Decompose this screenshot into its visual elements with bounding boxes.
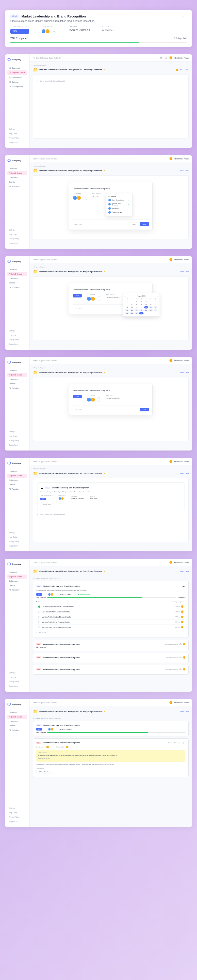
star-icon[interactable]: ★	[103, 68, 105, 71]
calendar-day[interactable]: 25	[144, 309, 148, 312]
sidebar-item-collaborators[interactable]: Collaborators	[7, 276, 27, 280]
star-icon[interactable]: ★	[103, 170, 105, 172]
sidebar-item-dashboard[interactable]: Dashboard	[7, 267, 27, 272]
calendar-day[interactable]: 26	[149, 309, 153, 312]
prev-month-icon[interactable]: ‹	[125, 295, 126, 297]
task-row[interactable]: Mention Profile: Sustain Financial Healt…	[36, 625, 186, 630]
calendar-day[interactable]: 13	[154, 303, 158, 305]
breadcrumb[interactable]: < Projects & Spaces	[33, 266, 189, 268]
sidebar-item-privacy[interactable]: Privacy Policy	[7, 237, 27, 241]
sidebar-item-dashboard[interactable]: Dashboard	[7, 66, 27, 70]
goal-title-input[interactable]	[73, 186, 149, 191]
calendar-day[interactable]: 31	[139, 312, 143, 315]
sidebar-item-settings[interactable]: Settings	[7, 127, 27, 131]
search-input[interactable]: Search: Projects, Goals, Tasks etc.	[33, 259, 167, 261]
epic-card[interactable]: EpicMarket Leadership and Brand Recognit…	[33, 665, 189, 675]
calendar-day[interactable]: 27	[154, 309, 158, 312]
sidebar-item-files[interactable]: File Repository	[7, 285, 27, 290]
sort-dropdown[interactable]: Assignees	[178, 601, 184, 603]
calendar-day[interactable]: 20	[154, 306, 158, 309]
dropdown-item[interactable]: Lars Koopman	[107, 210, 131, 214]
filter-button[interactable]: Filter	[180, 69, 183, 71]
add-attachment-button[interactable]: Add an Attachment	[36, 770, 54, 774]
search-input[interactable]: Search: Projects, Goals, Tasks etc.	[33, 158, 167, 160]
calendar-day[interactable]: 30	[135, 312, 139, 315]
calendar-day[interactable]: 6	[154, 300, 158, 303]
due-value[interactable]: 📅 --/--/--	[92, 196, 101, 197]
calendar-day[interactable]: 2	[135, 300, 139, 303]
calendar-day[interactable]: 22	[130, 309, 134, 312]
sidebar-item-files[interactable]: File Repository	[7, 184, 27, 188]
add-task-button[interactable]: + Add a Task	[40, 503, 181, 507]
dropdown-item[interactable]: Matija Brkić	[107, 207, 131, 210]
dropdown-search[interactable]: 🔍 Search	[107, 195, 131, 198]
calendar-day[interactable]: 24	[139, 309, 143, 312]
calendar-day[interactable]: 1	[130, 300, 134, 303]
more-icon[interactable]: ⋯	[177, 485, 181, 490]
epic-card[interactable]: EpicMarket Leadership and Brand Recognit…	[33, 640, 189, 651]
bell-icon[interactable]	[165, 57, 167, 59]
calendar-day[interactable]: 15	[130, 306, 134, 309]
task-checkbox[interactable]	[38, 606, 40, 608]
task-row[interactable]: Mention Profile: Sustain Financial Healt…	[36, 614, 186, 620]
task-checkbox[interactable]	[38, 626, 40, 628]
calendar-day[interactable]: 29	[130, 312, 134, 315]
save-button[interactable]: Save	[139, 222, 149, 226]
task-checkbox[interactable]	[38, 611, 40, 613]
sidebar-item-calendar[interactable]: Calendar	[7, 281, 27, 285]
task-checkbox[interactable]	[38, 616, 40, 618]
goal-type-button[interactable]: Goal	[73, 294, 82, 298]
star-icon[interactable]: ★	[103, 270, 105, 273]
help-button[interactable]: Help	[186, 170, 189, 172]
sidebar-item-suggestions[interactable]: Suggestions	[7, 241, 27, 245]
dropdown-item[interactable]: Waddah Bilal Shamoun✓	[107, 202, 131, 207]
task-row[interactable]: Mention Profile: Drive Financial Growth1…	[36, 620, 186, 625]
calendar-day[interactable]: 8	[130, 303, 134, 305]
add-task-button[interactable]: + Add a Task	[73, 308, 82, 310]
calendar-day[interactable]: 9	[135, 303, 139, 305]
sidebar-item-files[interactable]: File Repository	[7, 84, 27, 89]
new-item-row[interactable]: + Start a New Goal, Task or Checklist	[33, 576, 189, 581]
filter-button[interactable]: Filter	[180, 271, 183, 272]
logo[interactable]: Company	[7, 58, 27, 61]
add-assignee-icon[interactable]: +	[52, 29, 56, 33]
calendar-day[interactable]: 21	[125, 309, 129, 312]
add-assignee-icon[interactable]: +	[83, 196, 87, 200]
calendar-day[interactable]: 19	[149, 306, 153, 309]
chevron-down-icon[interactable]: ⌄	[40, 485, 43, 490]
task-checkbox[interactable]	[38, 621, 40, 623]
assignees-avatars[interactable]: +	[42, 29, 56, 33]
user-menu[interactable]: Administrator Person	[170, 258, 189, 261]
sidebar-item-help[interactable]: Help Center	[7, 232, 27, 237]
goal-type-button[interactable]: Goal	[130, 222, 138, 226]
calendar-day[interactable]: 4	[144, 300, 148, 303]
dropdown-item[interactable]: Jane Moraa Jarso✓	[107, 198, 131, 202]
add-task-button[interactable]: + Add a Task	[73, 409, 82, 410]
sidebar-item-suggestions[interactable]: Suggestions	[7, 140, 27, 145]
help-button[interactable]: Help	[186, 271, 189, 272]
calendar-day[interactable]: 23	[135, 309, 139, 312]
search-input[interactable]: Search: Projects, Goals, Tasks etc.	[33, 57, 157, 59]
status-pill[interactable]: TO DO ▾	[102, 29, 114, 32]
breadcrumb[interactable]: < Projects & Spaces	[33, 165, 189, 167]
calendar-day[interactable]: 10	[139, 303, 143, 305]
user-menu[interactable]: Administrator Person	[170, 56, 189, 59]
sidebar-item-help[interactable]: Help Center	[7, 131, 27, 135]
sidebar-item-projects[interactable]: Projects & Spaces	[7, 171, 27, 175]
goal-title-input[interactable]	[73, 287, 149, 291]
logo[interactable]: Company	[7, 159, 27, 162]
calendar-day[interactable]: 5	[149, 300, 153, 303]
description-box[interactable]: DESCRIPTIONAchieving market leadership i…	[36, 750, 186, 762]
assignees-avatars[interactable]: +	[73, 196, 87, 200]
sidebar-item-collaborators[interactable]: Collaborators	[7, 175, 27, 180]
goal-card[interactable]: ⌄GoalMarket Leadership and Brand Recogni…	[37, 482, 184, 510]
sidebar-item-collaborators[interactable]: Collaborators	[7, 75, 27, 80]
task-row[interactable]: Created by Innovate: Solve Customer Need…	[36, 604, 186, 609]
save-button[interactable]: Save	[139, 408, 149, 411]
epic-card[interactable]: EpicMarket Leadership and Brand Recognit…	[33, 653, 189, 663]
calendar-day[interactable]: 28	[125, 312, 129, 315]
help-button[interactable]: Help	[186, 69, 189, 71]
calendar-day[interactable]: 7	[125, 303, 129, 305]
sidebar-item-privacy[interactable]: Privacy Policy	[7, 136, 27, 140]
add-task-button[interactable]: + Add a Task	[36, 630, 186, 635]
